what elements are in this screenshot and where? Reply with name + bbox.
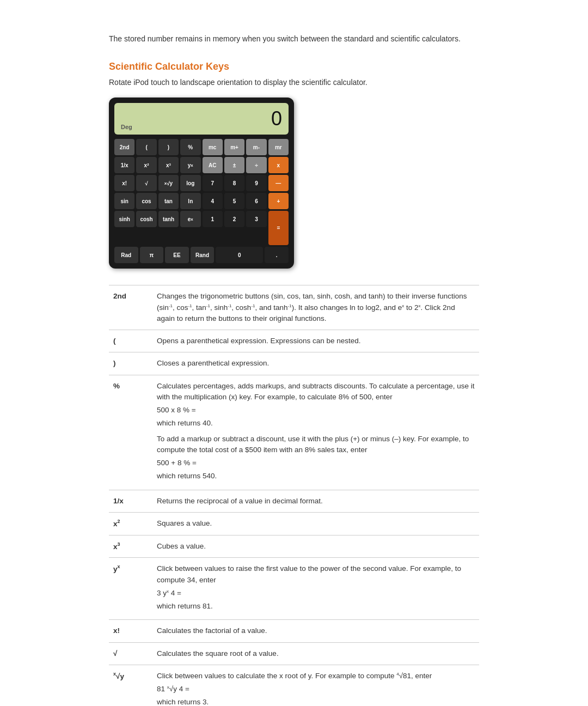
btn-8[interactable]: 8 [224,175,244,191]
deg-label: Deg [121,124,132,130]
key-description: Changes the trigonometric buttons (sin, … [152,285,479,330]
btn-minus[interactable]: — [268,175,289,191]
key-label: x3 [109,535,152,558]
key-label: 2nd [109,285,152,330]
btn-cos[interactable]: cos [136,193,156,209]
btn-percent[interactable]: % [180,139,200,155]
key-description: Returns the reciprocal of a value in dec… [152,490,479,512]
key-label: x2 [109,512,152,535]
calc-row-2: 1/x x² x³ yx AC ± ÷ x [114,157,289,173]
calculator-display: Deg 0 [114,103,289,135]
calculator-image: Deg 0 2nd ( ) % mc m+ m- mr 1/x x [109,98,479,269]
btn-lparen[interactable]: ( [136,139,156,155]
btn-ex[interactable]: ex [180,211,200,227]
btn-rparen[interactable]: ) [158,139,179,155]
btn-3[interactable]: 3 [246,211,266,227]
btn-yx[interactable]: yx [180,157,200,173]
btn-ee[interactable]: EE [165,247,189,263]
calc-row-4: sin cos tan ln 4 5 6 + [114,193,289,209]
key-label: ) [109,352,152,375]
btn-pi[interactable]: π [140,247,164,263]
table-row: √ Calculates the square root of a value. [109,642,479,665]
section-subtitle: Rotate iPod touch to landscape orientati… [109,78,479,87]
btn-plus[interactable]: + [268,193,289,209]
btn-xfact[interactable]: x! [114,175,134,191]
btn-0[interactable]: 0 [216,247,263,263]
btn-x3[interactable]: x³ [158,157,179,173]
key-description: Calculates the factorial of a value. [152,620,479,642]
key-label: x! [109,620,152,642]
btn-2nd[interactable]: 2nd [114,139,134,155]
section-title: Scientific Calculator Keys [109,61,479,72]
btn-ln[interactable]: ln [180,193,200,209]
btn-sin[interactable]: sin [114,193,134,209]
key-label: 1/x [109,490,152,512]
table-row: ( Opens a parenthetical expression. Expr… [109,330,479,352]
btn-ac[interactable]: AC [203,157,223,173]
btn-sinh[interactable]: sinh [114,211,134,227]
btn-dot[interactable]: . [265,247,289,263]
btn-mc[interactable]: mc [203,139,223,155]
btn-divide[interactable]: ÷ [246,157,266,173]
key-label: yx [109,558,152,620]
keys-table: 2nd Changes the trigonometric buttons (s… [109,285,479,706]
table-row: % Calculates percentages, adds markups, … [109,375,479,490]
btn-x2[interactable]: x² [136,157,156,173]
table-row: x3 Cubes a value. [109,535,479,558]
calc-row-1: 2nd ( ) % mc m+ m- mr [114,139,289,155]
btn-cosh[interactable]: cosh [136,211,156,227]
btn-equals-tall[interactable]: = [268,211,289,245]
btn-mminus[interactable]: m- [246,139,266,155]
calculator-body: Deg 0 2nd ( ) % mc m+ m- mr 1/x x [109,98,294,269]
display-number: 0 [271,107,282,130]
key-label: √ [109,642,152,665]
btn-multiply[interactable]: x [268,157,289,173]
key-label: % [109,375,152,490]
btn-plusminus[interactable]: ± [224,157,244,173]
key-description: Click between values to calculate the x … [152,665,479,706]
calc-row-6: Rad π EE Rand 0 . [114,247,289,263]
btn-sqrt[interactable]: √ [136,175,156,191]
btn-rand[interactable]: Rand [191,247,215,263]
calc-row-5: sinh cosh tanh ex 1 2 3 = [114,211,289,245]
table-row: yx Click between values to raise the fir… [109,558,479,620]
calculator-buttons: 2nd ( ) % mc m+ m- mr 1/x x² x³ yx AC ± [114,139,289,263]
table-row: x! Calculates the factorial of a value. [109,620,479,642]
btn-9[interactable]: 9 [246,175,266,191]
btn-mplus[interactable]: m+ [224,139,244,155]
btn-7[interactable]: 7 [203,175,223,191]
key-description: Click between values to raise the first … [152,558,479,620]
key-description: Squares a value. [152,512,479,535]
intro-text: The stored number remains in memory when… [109,33,479,45]
btn-tan[interactable]: tan [158,193,179,209]
key-description: Calculates the square root of a value. [152,642,479,665]
btn-2[interactable]: 2 [224,211,244,227]
btn-rad[interactable]: Rad [114,247,138,263]
key-description: Opens a parenthetical expression. Expres… [152,330,479,352]
btn-6[interactable]: 6 [246,193,266,209]
key-label: x√y [109,665,152,706]
table-row: 1/x Returns the reciprocal of a value in… [109,490,479,512]
btn-tanh[interactable]: tanh [158,211,179,227]
btn-5[interactable]: 5 [224,193,244,209]
table-row: 2nd Changes the trigonometric buttons (s… [109,285,479,330]
btn-xrooty[interactable]: x√y [158,175,179,191]
btn-log[interactable]: log [180,175,200,191]
table-row: x2 Squares a value. [109,512,479,535]
table-row: x√y Click between values to calculate th… [109,665,479,706]
key-description: Cubes a value. [152,535,479,558]
page-content: The stored number remains in memory when… [0,0,588,706]
btn-4[interactable]: 4 [203,193,223,209]
table-row: ) Closes a parenthetical expression. [109,352,479,375]
calc-row-3: x! √ x√y log 7 8 9 — [114,175,289,191]
btn-1x[interactable]: 1/x [114,157,134,173]
key-description: Closes a parenthetical expression. [152,352,479,375]
key-description: Calculates percentages, adds markups, an… [152,375,479,490]
btn-mr[interactable]: mr [268,139,289,155]
btn-1[interactable]: 1 [203,211,223,227]
key-label: ( [109,330,152,352]
